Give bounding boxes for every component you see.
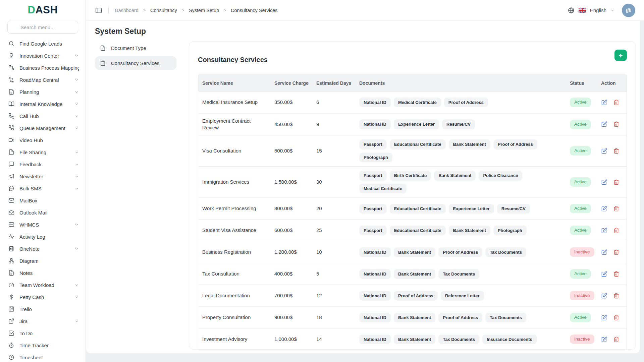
delete-button[interactable]	[613, 314, 620, 321]
edit-button[interactable]	[601, 121, 607, 127]
breadcrumb-item-consultancy-services[interactable]: Consultancy Services	[231, 8, 277, 13]
edit-button[interactable]	[601, 293, 607, 299]
edit-button[interactable]	[601, 179, 607, 185]
stopwatch-icon	[8, 342, 14, 348]
action-cell	[597, 175, 627, 189]
sidebar-item-label: Diagram	[19, 258, 79, 264]
sidebar-item-time-tracker[interactable]: Time Tracker	[0, 339, 86, 351]
sidebar-item-business-process-mappings[interactable]: Business Process Mappings	[0, 62, 86, 74]
add-service-button[interactable]: +	[614, 50, 627, 61]
delete-button[interactable]	[613, 293, 620, 299]
edit-button[interactable]	[601, 249, 607, 255]
breadcrumb-separator: >	[182, 8, 184, 13]
sidebar-item-team-workload[interactable]: Team Workload	[0, 279, 86, 291]
sidebar-item-activity-log[interactable]: Activity Log	[0, 231, 86, 243]
sidebar-item-label: To Do	[19, 330, 79, 336]
sidebar-item-queue-management[interactable]: Queue Management	[0, 122, 86, 134]
edit-button[interactable]	[601, 314, 607, 321]
documents-cell: National IDExperience LetterResume/CV	[355, 115, 566, 133]
sidebar-item-planning[interactable]: Planning	[0, 86, 86, 98]
sidebar-item-onenote[interactable]: OneNote	[0, 243, 86, 255]
sidebar-item-diagram[interactable]: Diagram	[0, 255, 86, 267]
delete-button[interactable]	[613, 205, 620, 212]
status-badge: Active	[570, 120, 591, 129]
edit-button[interactable]	[601, 148, 607, 154]
brand-logo-d: D	[28, 4, 36, 16]
sidebar-item-call-hub[interactable]: Call Hub	[0, 110, 86, 122]
breadcrumb-item-dashboard[interactable]: Dashboard	[115, 8, 139, 13]
search-icon	[8, 41, 14, 47]
estimated-days-cell: 25	[312, 223, 355, 238]
search-input[interactable]	[7, 21, 78, 34]
sidebar-item-bulk-sms[interactable]: Bulk SMS	[0, 182, 86, 194]
table-header-row: Service NameService ChargeEstimated Days…	[198, 75, 627, 92]
chevron-down-icon	[74, 247, 79, 251]
sidebar-item-label: Bulk SMS	[19, 186, 69, 191]
breadcrumb-item-system-setup[interactable]: System Setup	[189, 8, 219, 13]
sidebar-item-mailbox[interactable]: MailBox	[0, 194, 86, 206]
service-charge-cell: 350.00$	[270, 95, 312, 110]
sidebar-item-file-sharing[interactable]: File Sharing	[0, 146, 86, 158]
delete-button[interactable]	[613, 227, 620, 234]
sidebar-item-to-do[interactable]: To Do	[0, 327, 86, 339]
chevron-down-icon	[74, 150, 79, 155]
document-tag: National ID	[359, 247, 391, 257]
sidebar-item-newsletter[interactable]: Newsletter	[0, 170, 86, 182]
status-badge: Active	[570, 98, 591, 107]
delete-button[interactable]	[613, 148, 620, 154]
edit-button[interactable]	[601, 271, 607, 277]
status-cell: Inactive	[566, 243, 597, 261]
sidebar-item-trello[interactable]: Trello	[0, 303, 86, 315]
sidebar-toggle-button[interactable]	[95, 7, 102, 14]
delete-button[interactable]	[613, 271, 620, 277]
sidebar-item-timesheet[interactable]: Timesheet	[0, 351, 86, 362]
delete-button[interactable]	[613, 249, 620, 255]
document-tag: Tax Documents	[485, 247, 526, 257]
panel-title: Consultancy Services	[198, 56, 627, 64]
document-tag: Passport	[359, 204, 387, 214]
breadcrumb-item-consultancy[interactable]: Consultancy	[150, 8, 177, 13]
consultancy-services-panel: Consultancy Services + Service NameServi…	[189, 41, 636, 350]
sidebar-item-outlook-mail[interactable]: Outlook Mail	[0, 206, 86, 219]
document-tag: Tax Documents	[485, 313, 526, 323]
service-charge-cell: 700.00$	[270, 288, 312, 303]
status-badge: Active	[570, 146, 591, 156]
edit-button[interactable]	[601, 99, 607, 106]
estimated-days-cell: 18	[312, 310, 355, 325]
edit-button[interactable]	[601, 205, 607, 212]
sidebar-item-innovation-center[interactable]: Innovation Center	[0, 50, 86, 62]
globe-icon[interactable]	[568, 7, 575, 14]
sidebar-item-whmcs[interactable]: WHMCS	[0, 219, 86, 231]
delete-button[interactable]	[613, 121, 620, 127]
sidebar-item-roadmap-central[interactable]: RoadMap Central	[0, 74, 86, 86]
submenu-item-label: Document Type	[111, 45, 146, 51]
table-row: Work Permit Processing800.00$20PassportE…	[198, 197, 627, 219]
estimated-days-cell: 15	[312, 143, 355, 158]
edit-button[interactable]	[601, 227, 607, 234]
sidebar-item-find-google-leads[interactable]: Find Google Leads	[0, 38, 86, 50]
column-header-status: Status	[566, 77, 597, 89]
submenu-item-document-type[interactable]: Document Type	[95, 41, 176, 55]
service-name-cell: Business Registration	[198, 245, 270, 259]
sidebar-item-petty-cash[interactable]: Petty Cash	[0, 291, 86, 303]
sidebar-item-video-hub[interactable]: Video Hub	[0, 134, 86, 146]
sidebar-menu: Find Google LeadsInnovation CenterBusine…	[0, 38, 86, 362]
service-charge-cell: 400.00$	[270, 266, 312, 281]
sidebar-item-feedback[interactable]: Feedback	[0, 158, 86, 170]
delete-button[interactable]	[613, 336, 620, 343]
language-selector[interactable]: English	[590, 7, 606, 13]
sidebar-item-jira[interactable]: Jira	[0, 315, 86, 327]
submenu-item-consultancy-services[interactable]: Consultancy Services	[95, 56, 176, 70]
service-charge-cell: 1,000.00$	[270, 332, 312, 347]
sidebar-item-notes[interactable]: Notes	[0, 267, 86, 279]
edit-button[interactable]	[601, 336, 607, 343]
document-tag: Resume/CV	[497, 204, 530, 214]
dollar-icon	[8, 294, 14, 300]
sidebar-item-internal-knowledge[interactable]: Internal Knowledge	[0, 98, 86, 110]
avatar[interactable]	[622, 4, 635, 17]
status-cell: Active	[566, 116, 597, 133]
delete-button[interactable]	[613, 179, 620, 185]
delete-button[interactable]	[613, 99, 620, 106]
status-badge: Active	[570, 177, 591, 187]
table-row: Property Consultation900.00$18National I…	[198, 306, 627, 328]
